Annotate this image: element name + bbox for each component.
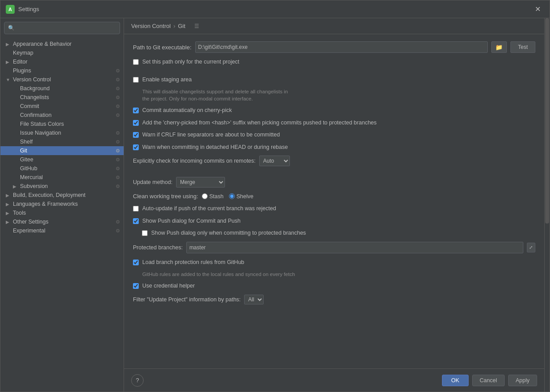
radio-stash-option[interactable]: Stash [202, 193, 224, 200]
gear-icon-commit: ⚙ [116, 104, 120, 109]
update-method-row: Update method: Merge Rebase Branch Defau… [133, 177, 535, 188]
sidebar-item-background[interactable]: Background ⚙ [0, 84, 124, 93]
sidebar-item-issue-navigation[interactable]: Issue Navigation ⚙ [0, 128, 124, 137]
search-input[interactable] [17, 25, 116, 31]
expand-arrow-languages: ▶ [6, 202, 13, 207]
sidebar-item-other-settings[interactable]: ▶ Other Settings ⚙ [0, 217, 124, 226]
expand-arrow-editor: ▶ [6, 60, 13, 64]
sidebar-item-build[interactable]: ▶ Build, Execution, Deployment [0, 191, 124, 200]
gear-icon-changelists: ⚙ [116, 95, 120, 100]
sidebar-item-version-control[interactable]: ▼ Version Control ⚙ [0, 75, 124, 84]
stash-label: Stash [209, 193, 224, 200]
warn-crlf-checkbox[interactable] [133, 132, 139, 138]
window-title: Settings [18, 6, 531, 12]
check-incoming-label: Explicitly check for incoming commits on… [133, 158, 256, 164]
use-credential-label[interactable]: Use credential helper [142, 282, 195, 290]
browse-button[interactable]: 📁 [491, 41, 507, 53]
scrollbar-track[interactable] [544, 18, 550, 392]
update-method-select[interactable]: Merge Rebase Branch Default [176, 177, 225, 188]
radio-shelve-option[interactable]: Shelve [229, 193, 253, 200]
check-incoming-select[interactable]: Auto Always Never [259, 156, 290, 166]
path-label: Path to Git executable: [133, 44, 192, 51]
protected-branches-row: Protected branches: ⤢ [133, 242, 535, 253]
breadcrumb-current: Git [178, 23, 185, 29]
auto-update-row: Auto-update if push of the current branc… [133, 205, 535, 213]
sidebar-tree: ▶ Appearance & Behavior Keymap ▶ Editor [0, 38, 124, 392]
radio-shelve[interactable] [229, 193, 235, 199]
staging-area-row: Enable staging area [133, 76, 535, 84]
sidebar-item-changelists[interactable]: Changelists ⚙ [0, 93, 124, 102]
cherry-pick-row: Commit automatically on cherry-pick [133, 107, 535, 115]
sidebar-item-shelf[interactable]: Shelf ⚙ [0, 137, 124, 146]
protected-branches-label: Protected branches: [133, 244, 183, 251]
load-branch-protection-checkbox[interactable] [133, 260, 139, 265]
expand-arrow-subversion: ▶ [13, 184, 20, 189]
gear-icon-experimental: ⚙ [116, 228, 120, 234]
cherry-pick-label[interactable]: Commit automatically on cherry-pick [142, 107, 232, 115]
protected-branches-expand[interactable]: ⤢ [527, 243, 535, 252]
sidebar-item-github[interactable]: GitHub ⚙ [0, 164, 124, 173]
warn-detached-checkbox[interactable] [133, 144, 139, 150]
cherry-picked-suffix-checkbox[interactable] [133, 120, 139, 126]
sidebar-item-git[interactable]: Git ⚙ [0, 146, 124, 155]
set-path-only-checkbox[interactable] [133, 59, 139, 65]
load-branch-protection-row: Load branch protection rules from GitHub [133, 259, 535, 267]
warn-detached-row: Warn when committing in detached HEAD or… [133, 144, 535, 152]
gear-icon-other-settings: ⚙ [116, 219, 120, 225]
auto-update-label[interactable]: Auto-update if push of the current branc… [142, 205, 276, 213]
path-input[interactable] [195, 41, 488, 53]
search-box[interactable]: 🔍 [4, 22, 120, 34]
sidebar-item-mercurial[interactable]: Mercurial ⚙ [0, 173, 124, 182]
sidebar-item-tools[interactable]: ▶ Tools [0, 208, 124, 217]
protected-branches-input[interactable] [186, 242, 523, 253]
cherry-picked-suffix-label[interactable]: Add the 'cherry-picked from <hash>' suff… [142, 119, 377, 127]
footer: ? OK Cancel Apply [124, 368, 544, 392]
test-button[interactable]: Test [510, 41, 535, 53]
sidebar-item-editor[interactable]: ▶ Editor [0, 57, 124, 66]
sidebar-item-commit[interactable]: Commit ⚙ [0, 102, 124, 111]
sidebar-item-subversion[interactable]: ▶ Subversion ⚙ [0, 182, 124, 191]
close-button[interactable]: ✕ [531, 3, 544, 15]
warn-crlf-label[interactable]: Warn if CRLF line separators are about t… [142, 131, 280, 139]
sidebar-item-file-status-colors[interactable]: File Status Colors [0, 120, 124, 128]
show-push-dialog-checkbox[interactable] [133, 218, 139, 224]
staging-area-checkbox[interactable] [133, 77, 139, 83]
gear-icon-shelf: ⚙ [116, 139, 120, 145]
load-branch-protection-label[interactable]: Load branch protection rules from GitHub [142, 259, 244, 267]
staging-area-label[interactable]: Enable staging area [142, 76, 192, 84]
sidebar-item-gitee[interactable]: Gitee ⚙ [0, 155, 124, 164]
cancel-button[interactable]: Cancel [472, 375, 505, 386]
gear-icon-vc: ⚙ [116, 77, 120, 83]
gear-icon-issue-navigation: ⚙ [116, 130, 120, 136]
sidebar-item-plugins[interactable]: Plugins ⚙ [0, 66, 124, 75]
cherry-pick-checkbox[interactable] [133, 108, 139, 113]
sidebar-item-experimental[interactable]: Experimental ⚙ [0, 226, 124, 235]
show-push-dialog-label[interactable]: Show Push dialog for Commit and Push [142, 217, 241, 225]
show-push-protected-checkbox[interactable] [142, 230, 148, 236]
sidebar-item-confirmation[interactable]: Confirmation ⚙ [0, 111, 124, 120]
gear-icon-github: ⚙ [116, 166, 120, 172]
gear-icon-subversion: ⚙ [116, 184, 120, 189]
sidebar-item-appearance[interactable]: ▶ Appearance & Behavior [0, 40, 124, 48]
filter-update-select[interactable]: All [244, 295, 264, 304]
help-button[interactable]: ? [131, 374, 144, 387]
set-path-only-label[interactable]: Set this path only for the current proje… [142, 58, 239, 66]
sidebar-item-keymap[interactable]: Keymap [0, 48, 124, 57]
ok-button[interactable]: OK [442, 375, 469, 386]
show-push-protected-label[interactable]: Show Push dialog only when committing to… [151, 229, 306, 237]
warn-detached-label[interactable]: Warn when committing in detached HEAD or… [142, 144, 288, 152]
breadcrumb-menu-icon[interactable]: ☰ [194, 23, 199, 29]
use-credential-checkbox[interactable] [133, 283, 139, 289]
gear-icon-git: ⚙ [116, 148, 120, 154]
radio-stash[interactable] [202, 193, 208, 199]
scrollbar-thumb[interactable] [545, 18, 549, 224]
apply-button[interactable]: Apply [508, 375, 537, 386]
sidebar-item-languages[interactable]: ▶ Languages & Frameworks [0, 200, 124, 208]
auto-update-checkbox[interactable] [133, 206, 139, 212]
expand-arrow-appearance: ▶ [6, 42, 13, 47]
gear-icon-gitee: ⚙ [116, 157, 120, 163]
app-icon: A [6, 5, 15, 14]
breadcrumb-parent: Version Control [131, 23, 171, 29]
set-path-only-row: Set this path only for the current proje… [133, 58, 535, 66]
show-push-dialog-row: Show Push dialog for Commit and Push [133, 217, 535, 225]
